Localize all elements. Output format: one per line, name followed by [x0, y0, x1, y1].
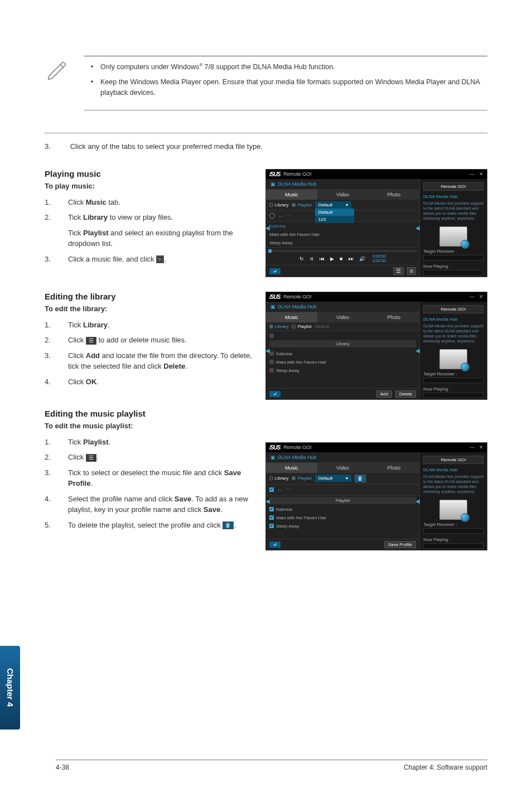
up-icon[interactable]: ︿ — [278, 212, 283, 220]
back-button[interactable]: ⤶ — [269, 542, 280, 548]
minimize-icon[interactable]: — — [470, 445, 475, 450]
library-radio[interactable]: Library — [269, 324, 288, 329]
tab-video[interactable]: Video — [317, 312, 369, 322]
delete-button[interactable]: Delete — [395, 390, 416, 398]
next-icon[interactable]: ⏭ — [349, 256, 354, 262]
step: 3.Click a music file, and click . — [45, 254, 254, 265]
sub-title: ▣DLNA Media Hub — [266, 452, 419, 463]
playlist-radio[interactable]: Playlist — [292, 324, 311, 329]
down-icon[interactable]: ﹀ — [287, 212, 292, 220]
track-row[interactable]: ✕Kalimba — [269, 350, 416, 358]
footer-title: Chapter 4: Software support — [404, 764, 487, 771]
arrow-left-icon[interactable]: ◀ — [265, 346, 270, 355]
step: 3.Click Add and locate the file from the… — [45, 350, 254, 372]
arrow-left-icon[interactable]: ◀ — [415, 223, 420, 232]
seek-slider[interactable] — [268, 250, 417, 252]
library-radio[interactable]: Library — [269, 476, 288, 481]
remote-go-button[interactable]: Remote GO! — [423, 305, 483, 313]
target-field[interactable] — [423, 528, 483, 534]
step: 4.Select the profile name and click Save… — [45, 494, 254, 515]
track-row[interactable]: ✕Maid with the Flaxen Hair — [269, 358, 416, 366]
tab-music[interactable]: Music — [266, 463, 317, 473]
checkbox-icon[interactable]: ✔ — [269, 515, 274, 520]
delete-x-icon[interactable]: ✕ — [269, 334, 274, 338]
checkbox-icon[interactable]: ✔ — [269, 524, 274, 528]
nowplaying-label: Now Playing : — [423, 264, 483, 269]
arrow-left-icon[interactable]: ◀ — [265, 496, 270, 505]
dropdown-item[interactable]: 123 — [315, 216, 354, 223]
track-row[interactable]: Maid with the Flaxen Hair — [269, 230, 416, 239]
refresh-icon[interactable] — [269, 213, 275, 219]
minimize-icon[interactable]: — — [470, 171, 475, 177]
back-button[interactable]: ⤶ — [269, 268, 280, 274]
stop-icon[interactable]: ■ — [340, 256, 342, 262]
save-profile-button[interactable]: Save Profile — [384, 541, 416, 548]
playlist-dropdown[interactable]: Default▾ — [315, 201, 351, 209]
minimize-icon[interactable]: — — [470, 294, 475, 299]
track-row[interactable]: ✔Sleep Away — [269, 522, 416, 530]
add-button[interactable]: Add — [376, 390, 392, 398]
up-icon[interactable]: ︿ — [277, 486, 282, 494]
step: 1.Click Music tab. — [45, 197, 254, 208]
chapter-tab: Chapter 4 — [0, 646, 20, 729]
down-icon[interactable]: ﹀ — [286, 486, 291, 494]
track-row[interactable]: ✔Kalimba — [269, 505, 416, 514]
playlist-dropdown[interactable]: Default▾ — [315, 475, 351, 482]
tab-photo[interactable]: Photo — [368, 463, 419, 473]
device-icon — [439, 500, 467, 520]
side-desc: DLNA Media Hub provides support to the l… — [423, 474, 483, 494]
note-text: Keep the Windows Media Player open. Ensu… — [100, 77, 487, 98]
target-field[interactable] — [423, 255, 483, 260]
tab-video[interactable]: Video — [317, 190, 369, 200]
side-title: DLNA Media Hub — [423, 194, 483, 199]
section-subtitle: To play music: — [45, 182, 254, 190]
shuffle-icon[interactable]: ⤨ — [309, 256, 314, 262]
step: 2.Tick Library to view or play files. — [45, 212, 254, 223]
tab-photo[interactable]: Photo — [368, 190, 419, 200]
tab-photo[interactable]: Photo — [368, 312, 419, 322]
prev-icon[interactable]: ⏮ — [320, 256, 325, 262]
close-icon[interactable]: ✕ — [479, 294, 483, 299]
section-subtitle: To edit the music playlist: — [45, 422, 254, 430]
tab-video[interactable]: Video — [317, 463, 369, 473]
step: 1.Tick Playlist. — [45, 437, 254, 448]
trash-icon[interactable]: 🗑 — [355, 475, 366, 482]
playlist-radio[interactable]: Playlist — [292, 476, 311, 481]
checkbox-icon[interactable]: ✔ — [269, 487, 274, 492]
arrow-left-icon[interactable]: ◀ — [415, 346, 420, 355]
tab-music[interactable]: Music — [266, 312, 317, 322]
remote-go-button[interactable]: Remote GO! — [423, 456, 483, 464]
step: 1.Tick Library. — [45, 320, 254, 331]
track-row[interactable]: ✔Maid with the Flaxen Hair — [269, 514, 416, 522]
window-title: Remote GO! — [283, 445, 312, 450]
play-icon[interactable]: ▶ — [330, 256, 334, 262]
side-title: DLNA Media Hub — [423, 317, 483, 322]
close-icon[interactable]: ✕ — [479, 445, 483, 450]
delete-x-icon[interactable]: ✕ — [269, 360, 274, 364]
repeat-icon[interactable]: ↻ — [299, 256, 304, 262]
screen-icon[interactable]: ⎚ — [407, 267, 416, 275]
dropdown-item[interactable]: Default — [315, 209, 354, 216]
remote-go-button[interactable]: Remote GO! — [423, 182, 483, 191]
target-field[interactable] — [423, 378, 483, 383]
delete-x-icon[interactable]: ✕ — [269, 368, 274, 373]
track-row[interactable]: Kalimba — [269, 222, 416, 230]
nowplaying-label: Now Playing : — [423, 386, 483, 392]
arrow-left-icon[interactable]: ◀ — [415, 496, 420, 505]
delete-x-icon[interactable]: ✕ — [269, 351, 274, 356]
checkbox-icon[interactable]: ✔ — [269, 507, 274, 511]
tabs: Music Video Photo — [266, 190, 419, 200]
step-line: 3. Click any of the tabs to select your … — [45, 141, 487, 152]
volume-icon[interactable]: 🔊 — [359, 256, 365, 262]
track-row[interactable]: ✕Sleep Away — [269, 366, 416, 375]
track-row[interactable]: Sleep Away — [269, 239, 416, 247]
playlist-radio[interactable]: Playlist — [292, 202, 311, 207]
asus-logo: /SUS — [269, 171, 280, 177]
arrow-left-icon[interactable]: ◀ — [265, 223, 270, 232]
step: 2.Click ☰. — [45, 452, 254, 463]
list-icon[interactable]: ☰ — [393, 267, 404, 275]
close-icon[interactable]: ✕ — [479, 171, 483, 177]
tab-music[interactable]: Music — [266, 190, 317, 200]
back-button[interactable]: ⤶ — [269, 391, 280, 397]
library-radio[interactable]: Library — [269, 202, 288, 207]
